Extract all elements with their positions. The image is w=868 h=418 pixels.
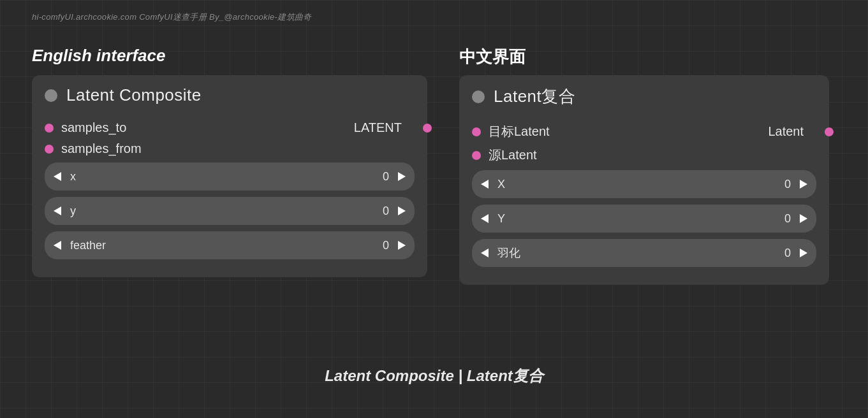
spinner-row-x: x 0 <box>45 162 415 191</box>
english-node-title: Latent Composite <box>66 85 202 105</box>
cn-spinner-x-decrement[interactable] <box>481 180 489 189</box>
spinner-feather-decrement[interactable] <box>54 241 61 250</box>
cn-spinner-row-x: X 0 <box>472 170 816 198</box>
cn-spinner-y: Y 0 <box>472 205 816 233</box>
chinese-node-title: Latent复合 <box>494 85 575 108</box>
chinese-node-card: Latent复合 目标Latent Latent 源Latent X 0 <box>459 75 829 285</box>
english-node-body: samples_to LATENT samples_from x 0 y 0 <box>32 114 427 259</box>
latent-output-label: LATENT <box>354 120 402 135</box>
bottom-caption: Latent Composite | Latent复合 <box>0 366 868 386</box>
spinner-x: x 0 <box>45 162 415 191</box>
cn-spinner-y-value: 0 <box>784 212 791 226</box>
latent-output-dot <box>423 124 432 133</box>
chinese-node-header: Latent复合 <box>459 75 829 117</box>
section-label-english: English interface <box>32 46 166 66</box>
english-node-header: Latent Composite <box>32 75 427 114</box>
cn-spinner-row-feather: 羽化 0 <box>472 239 816 267</box>
cn-spinner-y-label: Y <box>497 212 784 226</box>
spinner-feather-increment[interactable] <box>398 241 406 250</box>
cn-latent-output-dot <box>825 127 834 136</box>
spinner-x-label: x <box>70 170 383 184</box>
cn-spinner-x-increment[interactable] <box>800 180 807 189</box>
source-latent-label: 源Latent <box>489 147 537 164</box>
spinner-feather-value: 0 <box>383 239 389 252</box>
cn-spinner-feather-value: 0 <box>784 247 791 260</box>
chinese-node-status-dot <box>472 90 485 103</box>
spinner-x-increment[interactable] <box>398 172 406 181</box>
cn-spinner-feather-label: 羽化 <box>497 245 784 261</box>
source-latent-dot <box>472 151 481 160</box>
spinner-x-decrement[interactable] <box>54 172 61 181</box>
port-row-source-latent: 源Latent <box>472 147 816 164</box>
english-node-card: Latent Composite samples_to LATENT sampl… <box>32 75 427 277</box>
spinner-y: y 0 <box>45 197 415 225</box>
spinner-y-label: y <box>70 205 383 218</box>
section-label-chinese: 中文界面 <box>459 46 526 68</box>
samples-from-dot <box>45 145 54 154</box>
cn-spinner-y-decrement[interactable] <box>481 214 489 223</box>
target-latent-dot <box>472 127 481 136</box>
spinner-row-y: y 0 <box>45 197 415 225</box>
cn-spinner-feather: 羽化 0 <box>472 239 816 267</box>
watermark: hi-comfyUI.archcookie.com ComfyUI迷查手册 By… <box>32 11 311 23</box>
spinner-y-decrement[interactable] <box>54 206 61 215</box>
samples-to-dot <box>45 124 54 133</box>
spinner-y-value: 0 <box>383 205 389 218</box>
cn-spinner-feather-increment[interactable] <box>800 249 807 257</box>
chinese-node-body: 目标Latent Latent 源Latent X 0 Y 0 <box>459 117 829 267</box>
spinner-feather-label: feather <box>70 239 383 252</box>
port-row-samples-to: samples_to LATENT <box>45 120 415 135</box>
cn-latent-output-label: Latent <box>768 124 804 139</box>
cn-spinner-x: X 0 <box>472 170 816 198</box>
samples-to-label: samples_to <box>61 120 126 135</box>
english-node-status-dot <box>45 89 57 102</box>
port-row-target-latent: 目标Latent Latent <box>472 123 816 140</box>
cn-spinner-feather-decrement[interactable] <box>481 249 489 257</box>
samples-from-label: samples_from <box>61 141 142 156</box>
cn-spinner-x-label: X <box>497 178 784 191</box>
spinner-row-feather: feather 0 <box>45 231 415 259</box>
spinner-x-value: 0 <box>383 170 389 184</box>
cn-spinner-y-increment[interactable] <box>800 214 807 223</box>
cn-spinner-x-value: 0 <box>784 178 791 191</box>
spinner-y-increment[interactable] <box>398 206 406 215</box>
port-row-samples-from: samples_from <box>45 141 415 156</box>
spinner-feather: feather 0 <box>45 231 415 259</box>
target-latent-label: 目标Latent <box>489 123 550 140</box>
cn-spinner-row-y: Y 0 <box>472 205 816 233</box>
